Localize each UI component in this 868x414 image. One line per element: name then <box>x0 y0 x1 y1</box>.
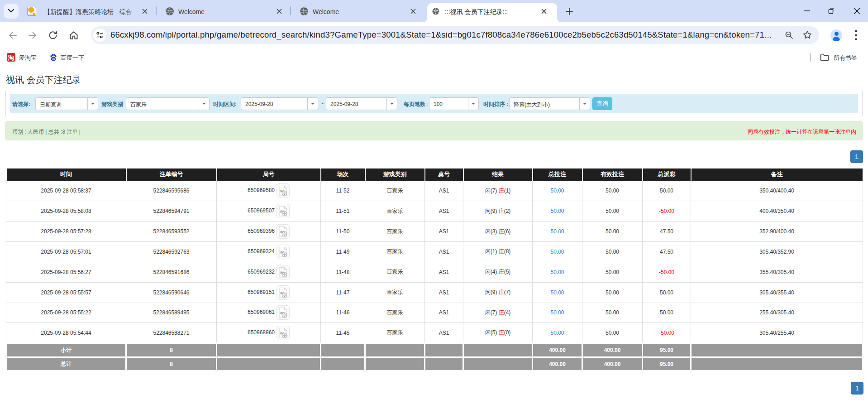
svg-text:淘: 淘 <box>8 54 14 61</box>
svg-text:du: du <box>52 57 55 60</box>
